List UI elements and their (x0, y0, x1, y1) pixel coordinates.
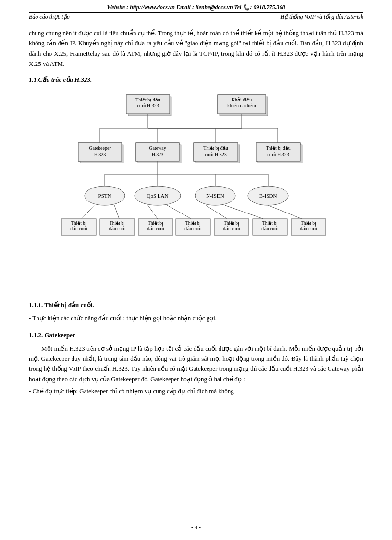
svg-text:đầu cuối: đầu cuối (300, 226, 317, 231)
svg-text:đầu cuối: đầu cuối (223, 226, 240, 231)
svg-text:H.323: H.323 (152, 152, 164, 157)
website-label: Website (107, 4, 125, 11)
website-colon: : (125, 4, 130, 11)
h323-diagram: Thiết bị đầu cuối H.323 Khởi điều khiển … (42, 90, 350, 292)
svg-text:Thiết bị đầu: Thiết bị đầu (135, 97, 160, 102)
svg-text:QoS LAN: QoS LAN (147, 193, 169, 199)
svg-text:PSTN: PSTN (98, 193, 111, 199)
svg-text:đầu cuối: đầu cuối (147, 226, 164, 231)
svg-text:đầu cuối: đầu cuối (184, 226, 202, 231)
email-label: Email (175, 4, 192, 11)
email-addr: lienhe@docs.vn (196, 4, 233, 11)
section-title: 1.1.Cấu trúc của H.323. (29, 75, 363, 85)
svg-text:Khởi điều: Khởi điều (232, 97, 252, 102)
email-colon: : (192, 4, 196, 11)
subsection1-title: 1.1.1. Thiết bị đầu cuối. (29, 301, 363, 311)
svg-text:B-ISDN: B-ISDN (259, 193, 277, 199)
svg-text:Thiết bị: Thiết bị (262, 221, 278, 226)
svg-line-52 (81, 205, 95, 219)
svg-line-55 (167, 205, 191, 219)
subsection2-bullet: - Chế độ trực tiếp: Gatekeeper chỉ có nh… (29, 386, 363, 396)
page-number: - 4 - (191, 524, 201, 531)
svg-text:Thiết bị đầu: Thiết bị đầu (203, 145, 228, 151)
svg-text:đầu cuối: đầu cuối (109, 226, 126, 231)
diagram-container: Thiết bị đầu cuối H.323 Khởi điều khiển … (29, 90, 363, 292)
svg-line-53 (114, 205, 119, 219)
svg-text:đầu cuối: đầu cuối (70, 226, 87, 231)
para1: chung chung nên ít được coi là tiêu chuẩ… (29, 28, 363, 69)
svg-text:Thiết bị: Thiết bị (71, 221, 86, 226)
svg-text:Thiết bị: Thiết bị (148, 221, 163, 226)
svg-text:Thiết bị: Thiết bị (224, 221, 239, 226)
page: Website : http://www.docs.vn Email : lie… (0, 0, 392, 540)
tel-label: Tel (233, 4, 243, 11)
svg-line-54 (148, 205, 158, 219)
svg-text:cuối H.323: cuối H.323 (137, 103, 159, 108)
sub-header: Báo cáo thực tập Hệ thống VoIP và tổng đ… (29, 13, 363, 24)
svg-text:H.323: H.323 (94, 152, 106, 157)
svg-text:Thiết bị: Thiết bị (110, 221, 125, 226)
subsection1-bullet: - Thực hiện các chức năng đầu cuối : thự… (29, 313, 363, 323)
svg-text:khiển đa điểm: khiển đa điểm (227, 103, 256, 108)
svg-text:cuối H.323: cuối H.323 (205, 152, 226, 157)
tel-number: : 0918.775.368 (250, 4, 285, 11)
svg-text:N-ISDN: N-ISDN (206, 193, 224, 199)
svg-text:Thiết bị: Thiết bị (185, 221, 201, 226)
sub-header-right: Hệ thống VoIP và tổng đài Asterisk (280, 13, 363, 21)
svg-text:Gateway: Gateway (149, 145, 166, 151)
svg-line-56 (206, 205, 227, 219)
sub-header-left: Báo cáo thực tập (29, 13, 70, 21)
content: chung chung nên ít được coi là tiêu chuẩ… (29, 24, 363, 402)
svg-line-58 (268, 205, 302, 219)
svg-text:đầu cuối: đầu cuối (261, 226, 279, 231)
svg-text:Gatekeeper: Gatekeeper (89, 145, 111, 151)
subsection2-title: 1.1.2. Gatekeeper (29, 330, 363, 340)
svg-text:Thiết bị: Thiết bị (301, 221, 316, 226)
header-main: Website : http://www.docs.vn Email : lie… (107, 4, 285, 11)
svg-line-57 (225, 205, 263, 219)
svg-text:cuối H.323: cuối H.323 (267, 152, 289, 157)
website-url: http://www.docs.vn (130, 4, 175, 11)
header: Website : http://www.docs.vn Email : lie… (29, 0, 363, 13)
svg-text:Thiết bị đầu: Thiết bị đầu (266, 145, 291, 151)
subsection2-para: Một miền H.323 trên cơ sở mạng IP là tập… (29, 343, 363, 385)
footer: - 4 - (0, 522, 392, 531)
